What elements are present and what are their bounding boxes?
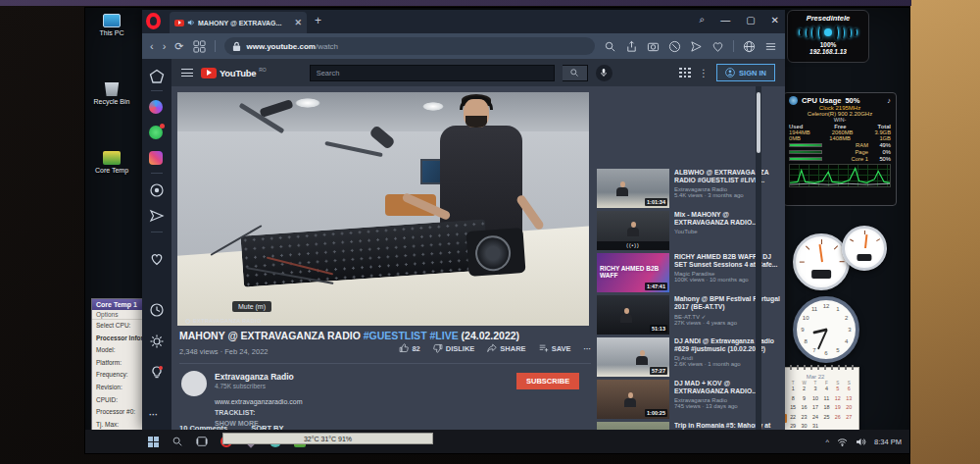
intel-logo-icon [789, 96, 798, 105]
save-button[interactable]: SAVE [539, 343, 571, 353]
suggestion-title: ALBWHO @ EXTRAVAGANZA RADIO #GUESTLIST #… [674, 169, 781, 184]
instagram-icon[interactable] [149, 151, 163, 165]
lock-icon[interactable] [232, 41, 241, 52]
tray-expand-icon[interactable]: ^ [826, 438, 830, 446]
whatsapp-icon[interactable] [149, 126, 163, 139]
calendar-grid: 1234567891011121314151617181920212223242… [776, 386, 855, 433]
suggestions-list: 1:01:34 ALBWHO @ EXTRAVAGANZA RADIO #GUE… [597, 169, 781, 454]
taskbar-clock[interactable]: 8:34 PM [874, 438, 902, 446]
extensions-icon[interactable] [743, 40, 756, 53]
easy-setup-bulb-icon[interactable] [149, 365, 165, 381]
messenger-icon[interactable] [149, 100, 163, 114]
gauge-widget-large[interactable] [793, 233, 850, 290]
forward-button[interactable]: › [163, 40, 167, 52]
mix-audio-icon: ((•)) [597, 241, 669, 250]
video-thumbnail[interactable]: ((•)) [597, 211, 669, 250]
analog-clock-widget[interactable]: 121234567891011 [793, 296, 859, 363]
youtube-logo[interactable]: YouTube RO [201, 68, 267, 78]
suggestion-title: Mix - MAHONY @ EXTRAVAGANZA RADIO... [674, 211, 781, 227]
suggestion-title: Mahony @ BPM Festival Portugal 2017 (BE-… [674, 295, 781, 311]
scrollbar-thumb[interactable] [757, 92, 760, 153]
desktop-icon-this-pc[interactable]: This PC [89, 14, 134, 36]
toolbar-divider [733, 40, 734, 52]
suggestion-item[interactable]: 1:00:25 DJ MAD + KOV @ EXTRAVAGANZA RADI… [597, 380, 781, 419]
youtube-apps-icon[interactable] [679, 68, 691, 78]
url-box[interactable]: www.youtube.com/watch [224, 37, 595, 55]
video-player[interactable]: Mute (m) EXTRAVAGANZA RADIO [177, 92, 589, 326]
player-icon[interactable] [149, 182, 165, 198]
search-button[interactable] [563, 65, 588, 81]
channel-name[interactable]: Extravaganza Radio [215, 372, 294, 382]
telegram-icon[interactable] [149, 208, 165, 224]
video-thumbnail[interactable]: 1:00:25 [597, 380, 669, 419]
close-button[interactable]: ✕ [771, 15, 779, 26]
volume-icon[interactable] [856, 438, 866, 446]
tab-strip: MAHONY @ EXTRAVAG... ✕ + ⌕ — ▢ ✕ [142, 10, 785, 33]
cpu-widget-title: CPU Usage [802, 96, 841, 105]
more-actions-button[interactable]: ··· [584, 344, 592, 353]
gauge-needle [819, 244, 823, 262]
wifi-signal-widget[interactable]: Presedintele 100% 192.168.1.13 [787, 10, 869, 63]
workspace-icon[interactable] [149, 69, 165, 84]
task-view-icon[interactable] [196, 436, 208, 447]
channel-avatar[interactable] [181, 371, 207, 396]
reload-button[interactable]: ⟳ [174, 40, 183, 53]
back-button[interactable]: ‹ [150, 40, 154, 52]
suggestion-item[interactable]: RICHY AHMED B2B WAFF1:47:41 RICHY AHMED … [597, 253, 781, 292]
new-tab-button[interactable]: + [315, 14, 321, 27]
search-input[interactable]: Search [310, 65, 555, 81]
adblock-icon[interactable] [668, 40, 681, 53]
suggestion-meta: 5.4K views · 3 months ago [674, 192, 781, 198]
suggestion-meta: 745 views · 13 days ago [674, 403, 781, 409]
video-thumbnail[interactable]: RICHY AHMED B2B WAFF1:47:41 [597, 253, 669, 292]
find-in-page-icon[interactable] [604, 40, 616, 53]
settings-gear-icon[interactable] [149, 334, 165, 349]
bookmarks-heart-icon[interactable] [149, 251, 165, 267]
ceiling-light [422, 102, 444, 111]
share-button[interactable]: SHARE [487, 343, 525, 353]
video-thumbnail[interactable]: 57:27 [597, 337, 669, 377]
wifi-icon[interactable] [837, 438, 848, 446]
like-button[interactable]: 82 [399, 343, 419, 353]
workspaces-icon[interactable] [193, 40, 206, 53]
taskbar-search-icon[interactable] [172, 436, 183, 447]
desktop-icon-core-temp[interactable]: Core Temp [89, 151, 134, 174]
voice-search-button[interactable] [596, 65, 612, 81]
chrome-search-icon[interactable]: ⌕ [700, 14, 706, 26]
maximize-button[interactable]: ▢ [746, 15, 755, 26]
duration-badge: 1:47:41 [645, 283, 667, 290]
history-icon[interactable] [149, 302, 165, 318]
video-title-hashtags[interactable]: #GUESTLIST #LIVE [364, 330, 459, 341]
tab-close-icon[interactable]: ✕ [294, 18, 302, 27]
tab-audio-icon[interactable] [187, 19, 195, 26]
suggestion-item[interactable]: ((•)) Mix - MAHONY @ EXTRAVAGANZA RADIO.… [597, 211, 781, 250]
youtube-settings-kebab-icon[interactable]: ⋮ [699, 68, 709, 78]
start-button[interactable] [148, 437, 159, 447]
sign-in-button[interactable]: SIGN IN [716, 64, 775, 81]
video-description-link[interactable]: www.extravaganzaradio.com [215, 398, 303, 405]
gauge-widget-small[interactable] [842, 226, 887, 271]
suggestion-item[interactable]: 1:01:34 ALBWHO @ EXTRAVAGANZA RADIO #GUE… [597, 169, 781, 208]
music-note-icon: ♪ [887, 96, 891, 105]
url-text[interactable]: www.youtube.com/watch [247, 42, 339, 51]
subscribe-button[interactable]: SUBSCRIBE [516, 373, 579, 389]
opera-logo-icon[interactable] [146, 13, 161, 29]
guide-menu-icon[interactable] [181, 69, 193, 77]
browser-tab[interactable]: MAHONY @ EXTRAVAG... ✕ [170, 12, 307, 33]
sidebar-setup-icon[interactable] [764, 40, 777, 53]
video-thumbnail[interactable]: 51:13 [597, 295, 669, 335]
dislike-button[interactable]: DISLIKE [433, 343, 475, 353]
cpu-usage-widget[interactable]: CPU Usage 50% ♪ Clock 2195MHz Celeron(R)… [783, 92, 897, 206]
share-icon[interactable] [625, 40, 638, 53]
channel-subscribers: 4.75K subscribers [215, 383, 266, 389]
desktop-icon-recycle-bin[interactable]: Recycle Bin [89, 82, 134, 105]
suggestion-item[interactable]: 51:13 Mahony @ BPM Festival Portugal 201… [597, 295, 781, 335]
snapshot-icon[interactable] [647, 40, 660, 53]
suggestion-item[interactable]: 57:27 DJ ANDI @ Extravaganza Radio #629 … [597, 337, 781, 377]
video-thumbnail[interactable]: 1:01:34 [597, 169, 669, 208]
sidebar-more-icon[interactable]: ··· [149, 410, 165, 426]
my-flow-icon[interactable] [690, 40, 703, 53]
minimize-button[interactable]: — [720, 15, 730, 26]
youtube-watch-page: Mute (m) EXTRAVAGANZA RADIO MAHONY @ EXT… [172, 86, 785, 430]
bookmark-heart-icon[interactable] [711, 40, 724, 53]
